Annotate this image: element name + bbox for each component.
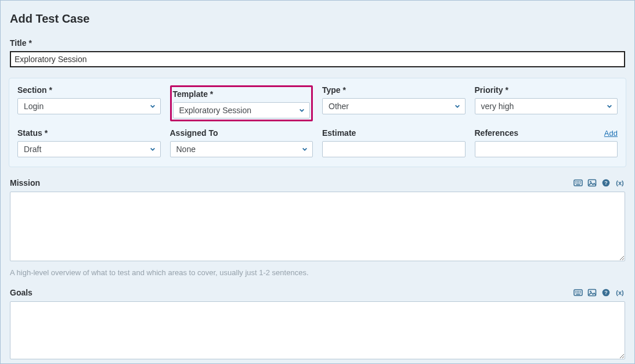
svg-rect-16 <box>575 291 576 292</box>
section-label: Section * <box>17 85 161 95</box>
mission-toolbar: ? (x) <box>573 178 625 188</box>
svg-rect-9 <box>576 184 580 185</box>
svg-rect-23 <box>580 293 581 294</box>
svg-text:(x): (x) <box>616 289 624 296</box>
status-label: Status * <box>17 128 161 138</box>
svg-rect-5 <box>575 183 576 184</box>
details-row-2: Status * Draft Assigned To None Estimate <box>17 128 618 157</box>
chevron-down-icon <box>454 103 460 109</box>
keyboard-icon[interactable] <box>573 178 583 188</box>
svg-text:?: ? <box>604 290 608 295</box>
fullscreen-toggle-icon[interactable]: (x) <box>615 287 625 298</box>
svg-rect-22 <box>578 293 579 294</box>
estimate-field: Estimate <box>322 128 466 157</box>
mission-hint: A high-level overview of what to test an… <box>10 268 625 277</box>
priority-select[interactable]: very high <box>475 98 618 114</box>
template-field-highlighted: Template * Exploratory Session <box>170 85 313 121</box>
svg-text:(x): (x) <box>616 179 624 186</box>
references-field: References Add <box>475 128 618 157</box>
priority-label: Priority * <box>475 85 618 95</box>
svg-rect-17 <box>577 291 578 292</box>
mission-label: Mission <box>10 178 40 188</box>
svg-text:?: ? <box>604 180 608 186</box>
type-select[interactable]: Other <box>322 98 466 114</box>
type-select-value: Other <box>329 102 349 111</box>
help-icon[interactable]: ? <box>601 287 611 298</box>
page-title: Add Test Case <box>10 12 626 26</box>
details-row-1: Section * Login Template * Exploratory S… <box>17 85 618 121</box>
references-label: References <box>475 128 519 138</box>
image-icon[interactable] <box>587 178 597 188</box>
chevron-down-icon <box>302 146 308 152</box>
goals-toolbar: ? (x) <box>573 287 625 298</box>
template-label: Template * <box>173 89 311 99</box>
template-select-value: Exploratory Session <box>179 106 252 115</box>
goals-label: Goals <box>10 288 33 297</box>
mission-textarea[interactable] <box>10 192 625 261</box>
fullscreen-toggle-icon[interactable]: (x) <box>615 178 625 188</box>
priority-field: Priority * very high <box>475 85 618 121</box>
keyboard-icon[interactable] <box>573 287 583 298</box>
svg-rect-3 <box>578 181 579 182</box>
svg-rect-8 <box>580 183 581 184</box>
status-select-value: Draft <box>24 145 41 154</box>
chevron-down-icon <box>150 103 156 109</box>
svg-rect-18 <box>578 291 579 292</box>
svg-rect-4 <box>580 181 581 182</box>
assigned-to-select[interactable]: None <box>170 141 313 157</box>
svg-point-11 <box>590 181 591 183</box>
section-select-value: Login <box>24 102 44 111</box>
status-select[interactable]: Draft <box>17 141 161 157</box>
chevron-down-icon <box>299 107 305 113</box>
mission-section: Mission ? (x) A high-level overview of w… <box>9 178 626 277</box>
title-input[interactable] <box>10 51 625 67</box>
type-field: Type * Other <box>322 85 466 121</box>
section-field: Section * Login <box>17 85 161 121</box>
svg-rect-7 <box>578 183 579 184</box>
references-input[interactable] <box>475 141 618 157</box>
goals-textarea[interactable] <box>10 301 625 359</box>
details-panel: Section * Login Template * Exploratory S… <box>9 78 626 167</box>
template-select[interactable]: Exploratory Session <box>173 102 311 118</box>
estimate-label: Estimate <box>322 128 466 138</box>
svg-rect-1 <box>575 181 576 182</box>
assigned-to-select-value: None <box>176 145 196 154</box>
status-field: Status * Draft <box>17 128 161 157</box>
image-icon[interactable] <box>587 287 597 298</box>
svg-rect-21 <box>577 293 578 294</box>
title-field-group: Title * <box>9 38 626 67</box>
add-test-case-form: Add Test Case Title * Section * Login Te… <box>0 0 635 364</box>
svg-rect-20 <box>575 293 576 294</box>
type-label: Type * <box>322 85 466 95</box>
estimate-input[interactable] <box>322 141 466 157</box>
svg-rect-24 <box>576 294 580 294</box>
priority-select-value: very high <box>481 102 514 111</box>
help-icon[interactable]: ? <box>601 178 611 188</box>
assigned-to-field: Assigned To None <box>170 128 313 157</box>
chevron-down-icon <box>150 146 156 152</box>
goals-section: Goals ? (x) <box>9 287 626 362</box>
chevron-down-icon <box>607 103 612 109</box>
add-reference-link[interactable]: Add <box>604 129 618 138</box>
title-label: Title * <box>10 38 625 48</box>
section-select[interactable]: Login <box>17 98 161 114</box>
assigned-to-label: Assigned To <box>170 128 313 138</box>
svg-point-26 <box>590 291 591 293</box>
svg-rect-2 <box>577 181 578 182</box>
svg-rect-6 <box>577 183 578 184</box>
svg-rect-19 <box>580 291 581 292</box>
